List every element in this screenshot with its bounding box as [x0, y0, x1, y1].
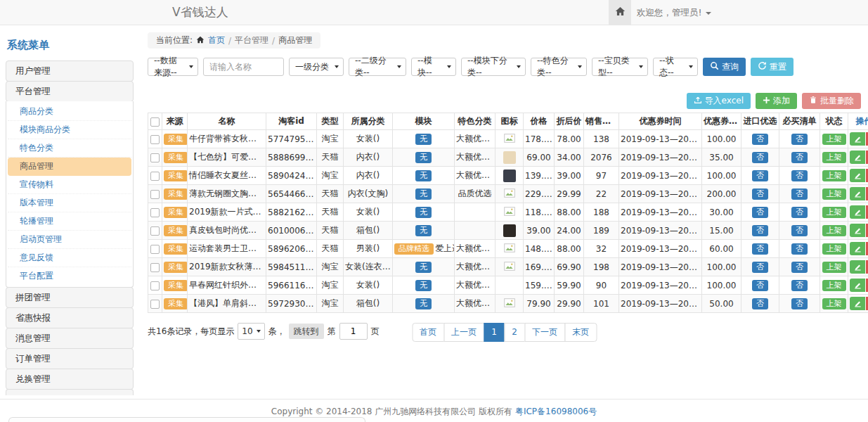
must-buy-badge[interactable]: 否	[791, 188, 808, 200]
edit-button[interactable]	[850, 279, 865, 292]
sidebar-item-feedback[interactable]: 意见反馈	[8, 249, 131, 267]
must-buy-badge[interactable]: 否	[791, 207, 808, 218]
edit-button[interactable]	[850, 169, 865, 182]
edit-button[interactable]	[850, 187, 865, 200]
sidebar-section-groupbuy-mgmt[interactable]: 拼团管理	[6, 287, 134, 308]
filter-select-level1-category[interactable]: 一级分类	[289, 58, 344, 76]
row-checkbox[interactable]	[150, 208, 160, 217]
batch-delete-button[interactable]: 批量删除	[802, 93, 861, 109]
import-select-badge[interactable]: 否	[752, 170, 768, 181]
must-buy-badge[interactable]: 否	[791, 243, 808, 255]
select-all-checkbox[interactable]	[150, 117, 160, 127]
sidebar-item-carousel-mgmt[interactable]: 轮播管理	[8, 212, 131, 231]
status-badge[interactable]: 上架	[822, 225, 846, 236]
cell-actions	[848, 222, 868, 240]
sidebar-section-message-mgmt[interactable]: 消息管理	[6, 328, 134, 349]
jump-page-input[interactable]	[339, 323, 368, 340]
must-buy-badge[interactable]: 否	[791, 280, 808, 291]
reset-button[interactable]: 重置	[751, 58, 793, 76]
icp-link[interactable]: 粤ICP备16098006号	[515, 407, 597, 416]
edit-button[interactable]	[850, 151, 865, 164]
must-buy-badge[interactable]: 否	[791, 170, 808, 181]
sidebar-item-goods-mgmt[interactable]: 商品管理	[8, 158, 131, 176]
status-badge[interactable]: 上架	[822, 170, 846, 181]
breadcrumb-home-link[interactable]: 首页	[208, 34, 225, 46]
import-select-badge[interactable]: 否	[752, 243, 768, 255]
import-select-badge[interactable]: 否	[752, 207, 768, 218]
status-badge[interactable]: 上架	[822, 152, 846, 163]
row-checkbox[interactable]	[150, 245, 160, 254]
filter-select-module-sub-category[interactable]: --模块下分类--	[461, 58, 526, 76]
sidebar-section-exchange-mgmt[interactable]: 兑换管理	[6, 369, 134, 390]
sidebar-item-splash-mgmt[interactable]: 启动页管理	[8, 231, 131, 249]
module-content: 无	[415, 152, 432, 163]
pager-2[interactable]: 2	[504, 323, 525, 342]
import-select-badge[interactable]: 否	[752, 262, 768, 273]
status-badge[interactable]: 上架	[822, 207, 846, 218]
row-checkbox[interactable]	[150, 135, 160, 144]
edit-button[interactable]	[850, 297, 865, 310]
pager-prev[interactable]: 上一页	[443, 323, 484, 342]
sidebar-section-order-mgmt[interactable]: 订单管理	[6, 348, 134, 369]
edit-button[interactable]	[850, 205, 865, 219]
status-badge[interactable]: 上架	[822, 243, 846, 255]
filter-select-feature-category[interactable]: --特色分类--	[531, 58, 587, 76]
must-buy-badge[interactable]: 否	[791, 134, 808, 145]
sidebar-item-module-goods-category[interactable]: 模块商品分类	[8, 121, 131, 139]
jump-button[interactable]: 跳转到	[289, 324, 324, 339]
sidebar-item-feature-category[interactable]: 特色分类	[8, 139, 131, 158]
import-select-badge[interactable]: 否	[752, 188, 768, 200]
import-excel-button[interactable]: 导入excel	[687, 93, 751, 109]
sidebar-section-user-mgmt[interactable]: 用户管理	[6, 60, 134, 82]
edit-button[interactable]	[850, 132, 865, 146]
add-button[interactable]: 添加	[756, 93, 797, 109]
row-checkbox[interactable]	[150, 226, 160, 236]
status-badge[interactable]: 上架	[822, 262, 846, 273]
pager-first[interactable]: 首页	[412, 323, 444, 342]
sidebar-item-version-mgmt[interactable]: 版本管理	[8, 194, 131, 212]
row-checkbox[interactable]	[150, 300, 160, 309]
sidebar-section-clipped-section[interactable]	[6, 389, 134, 395]
import-select-badge[interactable]: 否	[752, 298, 768, 309]
must-buy-badge[interactable]: 否	[791, 298, 808, 309]
import-select-badge[interactable]: 否	[752, 152, 768, 163]
pager-last[interactable]: 末页	[564, 323, 597, 342]
user-menu[interactable]: 欢迎您，管理员!	[637, 0, 711, 25]
cell-price: 79.90	[524, 295, 555, 313]
must-buy-badge[interactable]: 否	[791, 262, 808, 273]
row-checkbox[interactable]	[150, 190, 160, 199]
import-select-badge[interactable]: 否	[752, 225, 768, 236]
status-badge[interactable]: 上架	[822, 298, 846, 309]
sidebar-item-promo-materials[interactable]: 宣传物料	[8, 176, 131, 194]
import-select-badge[interactable]: 否	[752, 134, 768, 145]
sidebar-item-goods-category[interactable]: 商品分类	[8, 103, 131, 121]
filter-select-data-source[interactable]: --数据来源--	[148, 58, 198, 76]
filter-select-status[interactable]: --状态--	[653, 58, 698, 76]
sidebar-section-platform-mgmt[interactable]: 平台管理	[6, 81, 134, 102]
row-checkbox[interactable]	[150, 172, 160, 181]
must-buy-badge[interactable]: 否	[791, 152, 808, 163]
cell-category: 女装()	[344, 203, 393, 222]
name-search-input[interactable]	[203, 58, 284, 76]
filter-select-item-type[interactable]: --宝贝类型--	[592, 58, 648, 76]
pager-next[interactable]: 下一页	[524, 323, 565, 342]
row-checkbox[interactable]	[150, 263, 160, 272]
search-button[interactable]: 查询	[703, 58, 746, 76]
status-badge[interactable]: 上架	[822, 134, 846, 145]
status-badge[interactable]: 上架	[822, 188, 846, 200]
sidebar-section-express-news[interactable]: 省惠快报	[6, 307, 134, 328]
per-page-select[interactable]: 10	[238, 323, 264, 340]
filter-select-level2-category[interactable]: --二级分类--	[349, 58, 406, 76]
row-checkbox[interactable]	[150, 153, 160, 162]
row-checkbox[interactable]	[150, 281, 160, 290]
import-select-badge[interactable]: 否	[752, 280, 768, 291]
edit-button[interactable]	[850, 242, 865, 255]
edit-button[interactable]	[850, 224, 865, 237]
filter-select-module[interactable]: --模块--	[411, 58, 456, 76]
edit-button[interactable]	[850, 260, 865, 274]
status-badge[interactable]: 上架	[822, 280, 846, 291]
sidebar-item-platform-config[interactable]: 平台配置	[8, 267, 131, 286]
pager-1[interactable]: 1	[484, 323, 505, 342]
must-buy-badge[interactable]: 否	[791, 225, 808, 236]
home-button[interactable]	[609, 0, 631, 25]
